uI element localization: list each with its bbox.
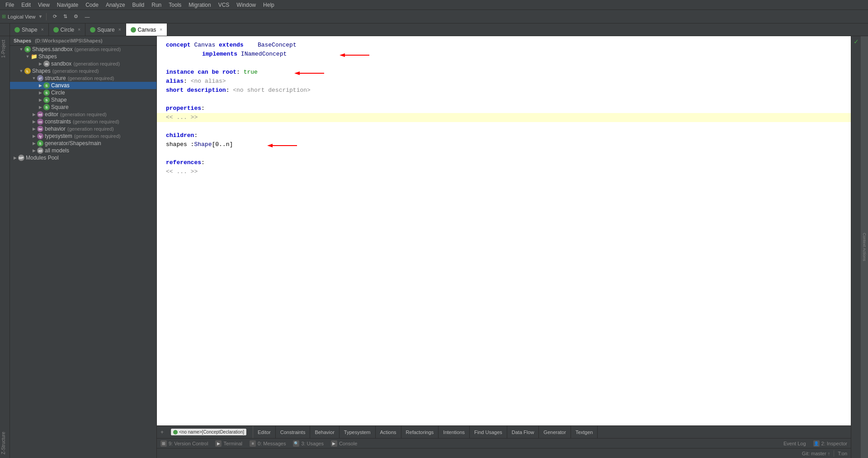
bottom-tab-intentions[interactable]: Intentions <box>439 426 470 438</box>
arrow-down-icon4: ▼ <box>31 76 37 80</box>
sidebar-item-editor[interactable]: ▶ ed editor (generation required) <box>10 111 156 118</box>
console-btn[interactable]: ▶ Console <box>329 440 359 447</box>
toolbar-minimize[interactable]: — <box>82 13 92 20</box>
sidebar-item-sandbox[interactable]: ▶ m sandbox (generation required) <box>10 60 156 67</box>
sidebar-item-behavior[interactable]: ▶ be behavior (generation required) <box>10 125 156 132</box>
sidebar-item-structure[interactable]: ▼ s* structure (generation required) <box>10 75 156 82</box>
bottom-tab-refactorings[interactable]: Refactorings <box>401 426 439 438</box>
type-shape-array: Shape <box>194 140 212 149</box>
menu-vcs[interactable]: VCS <box>215 1 233 9</box>
main-area: 1-Project Z-Structure Shapes (D:\Workspa… <box>0 36 868 458</box>
bottom-tabs: + <no name>[ConceptDeclaration] Editor C… <box>157 425 851 438</box>
event-log-btn[interactable]: Event Log <box>782 441 808 446</box>
sidebar-content[interactable]: ▼ S Shapes.sandbox (generation required)… <box>10 46 156 458</box>
menu-edit[interactable]: Edit <box>18 1 34 9</box>
sidebar-item-constraints[interactable]: ▶ co constraints (generation required) <box>10 118 156 125</box>
menu-file[interactable]: File <box>2 1 18 9</box>
tab-shape-close[interactable]: × <box>41 27 44 32</box>
editor-area: concept Canvas extends BaseConcept imple… <box>157 36 851 458</box>
sidebar-item-generator[interactable]: ▶ S generator/Shapes/main <box>10 140 156 147</box>
version-control-btn[interactable]: ⊞ 9: Version Control <box>159 440 210 447</box>
code-line-15: << ... >> <box>166 167 842 176</box>
logical-view-label: Logical View <box>8 14 36 19</box>
arrow-down-icon2: ▼ <box>24 54 31 59</box>
bottom-tab-textgen[interactable]: Textgen <box>571 426 598 438</box>
menu-migration[interactable]: Migration <box>185 1 214 9</box>
tab-canvas-close[interactable]: × <box>160 27 162 32</box>
type-canvas: Canvas <box>194 41 215 50</box>
sidebar-item-modules-pool[interactable]: ▶ MP Modules Pool <box>10 154 156 161</box>
sidebar-item-canvas[interactable]: ▶ S Canvas <box>10 82 156 89</box>
sidebar-item-typesystem[interactable]: ▶ ty typesystem (generation required) <box>10 132 156 140</box>
terminal-btn[interactable]: ▶ Terminal <box>213 440 244 447</box>
code-line-14: references: <box>166 158 842 167</box>
placeholder-shortdesc: <no short description> <box>233 86 311 95</box>
messages-btn[interactable]: ≡ 0: Messages <box>248 440 288 447</box>
bottom-tab-generator[interactable]: Generator <box>539 426 571 438</box>
editor-content[interactable]: concept Canvas extends BaseConcept imple… <box>157 36 851 425</box>
context-actions-strip[interactable]: Context Actions <box>861 36 868 458</box>
sidebar-item-square[interactable]: ▶ S Square <box>10 104 156 111</box>
shapes-gen-suffix: (generation required) <box>52 68 99 74</box>
arrow-down-icon: ▼ <box>18 47 24 52</box>
menu-help[interactable]: Help <box>259 1 278 9</box>
menu-analyze[interactable]: Analyze <box>102 1 129 9</box>
toolbar-sort[interactable]: ⇅ <box>61 13 70 20</box>
tab-square[interactable]: Square × <box>85 24 126 36</box>
arrow-down-icon3: ▼ <box>18 69 24 73</box>
concept-declaration-tag[interactable]: <no name>[ConceptDeclaration] <box>171 429 246 435</box>
bottom-tab-behavior[interactable]: Behavior <box>310 426 339 438</box>
tab-canvas[interactable]: Canvas × <box>126 24 168 36</box>
sidebar-item-shapes-gen[interactable]: ▼ L Shapes (generation required) <box>10 67 156 75</box>
sidebar-item-shapes-sandbox[interactable]: ▼ S Shapes.sandbox (generation required) <box>10 46 156 53</box>
tab-shape[interactable]: Shape × <box>10 24 49 36</box>
menu-window[interactable]: Window <box>233 1 259 9</box>
bottom-tab-constraints[interactable]: Constraints <box>276 426 311 438</box>
typesystem-icon: ty <box>37 133 43 139</box>
sidebar-item-circle[interactable]: ▶ S Circle <box>10 89 156 96</box>
code-line-3 <box>166 59 842 68</box>
square-icon: S <box>43 104 50 110</box>
sidebar-item-shapes-folder[interactable]: ▼ 📁 Shapes <box>10 53 156 60</box>
toolbar-settings[interactable]: ⚙ <box>71 13 81 20</box>
canvas-tree-label: Canvas <box>51 82 70 89</box>
panel-structure[interactable]: Z-Structure <box>0 428 10 458</box>
modules-icon: MP <box>18 155 24 161</box>
bottom-tab-editor[interactable]: Editor <box>253 426 276 438</box>
usages-btn[interactable]: 🔍 3: Usages <box>291 440 326 447</box>
tab-circle-close[interactable]: × <box>78 27 80 32</box>
panel-project[interactable]: 1-Project <box>0 36 10 61</box>
menu-build[interactable]: Build <box>129 1 148 9</box>
menu-navigate[interactable]: Navigate <box>53 1 82 9</box>
keyword-children: children <box>166 131 194 140</box>
bottom-tab-data-flow[interactable]: Data Flow <box>507 426 539 438</box>
arrow-right-icon: ▶ <box>37 61 43 66</box>
inspector-btn[interactable]: 👤 2: Inspector <box>811 440 849 447</box>
code-line-11: children: <box>166 131 842 140</box>
menu-run[interactable]: Run <box>148 1 165 9</box>
arrow-right-icon11: ▶ <box>31 148 37 153</box>
bottom-tab-find-usages[interactable]: Find Usages <box>470 426 507 438</box>
power-status: T:on <box>838 451 847 456</box>
sandbox-label: sandbox <box>51 61 71 67</box>
editor-icon: ed <box>37 111 43 118</box>
square-tab-icon <box>90 27 95 33</box>
code-line-8: properties: <box>166 104 842 113</box>
menu-tools[interactable]: Tools <box>165 1 185 9</box>
bottom-tab-typesystem[interactable]: Typesystem <box>340 426 376 438</box>
square-tree-label: Square <box>51 104 69 110</box>
arrow-right-icon5: ▶ <box>37 105 43 109</box>
usages-icon: 🔍 <box>293 440 299 447</box>
toolbar-refresh[interactable]: ⟳ <box>50 13 60 20</box>
version-control-icon: ⊞ <box>160 440 167 447</box>
context-actions-label: Context Actions <box>862 233 867 261</box>
tab-circle[interactable]: Circle × <box>49 24 86 36</box>
bottom-tab-plus[interactable]: + <box>157 426 167 438</box>
code-line-2: implements INamedConcept <box>166 50 842 59</box>
tab-square-close[interactable]: × <box>118 27 121 32</box>
menu-view[interactable]: View <box>34 1 53 9</box>
menu-code[interactable]: Code <box>82 1 102 9</box>
sidebar-item-all-models[interactable]: ▶ all all models <box>10 147 156 154</box>
bottom-tab-actions[interactable]: Actions <box>376 426 401 438</box>
sidebar-item-shape[interactable]: ▶ S Shape <box>10 96 156 104</box>
